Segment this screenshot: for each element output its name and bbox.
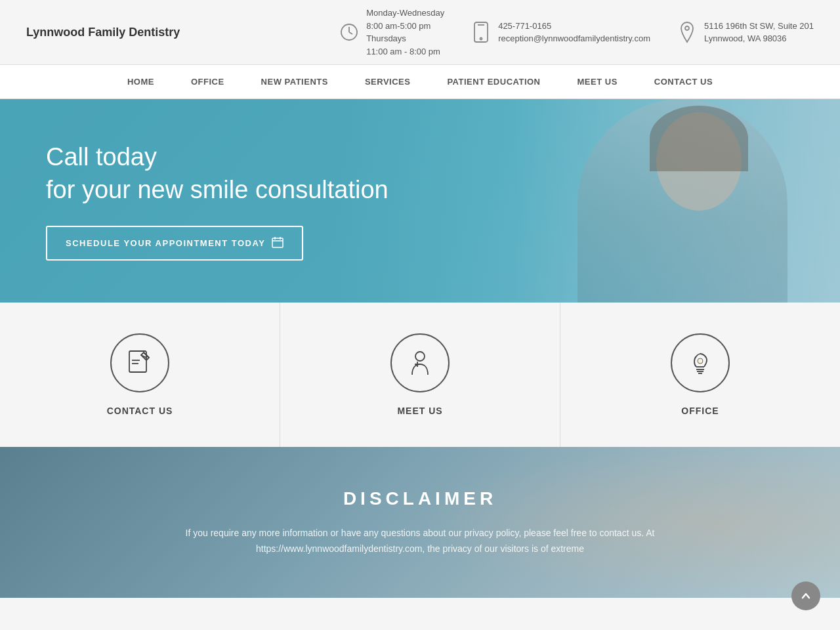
svg-rect-11 xyxy=(129,351,146,372)
address-text: 5116 196th St SW, Suite 201 Lynnwood, WA… xyxy=(704,20,814,45)
office-label: OFFICE xyxy=(681,406,719,416)
nav-office[interactable]: OFFICE xyxy=(173,65,243,98)
header-info: Monday-Wednesday 8:00 am-5:00 pm Thursda… xyxy=(339,7,814,58)
nav-patient-education[interactable]: PATIENT EDUCATION xyxy=(429,65,558,98)
hero-content: Call today for your new smile consultati… xyxy=(0,115,434,287)
hero-section: Call today for your new smile consultati… xyxy=(0,99,840,303)
brand-name: Lynnwood Family Dentistry xyxy=(26,26,180,39)
disclaimer-text: If you require any more information or h… xyxy=(158,526,682,557)
nav-meet-us[interactable]: MEET US xyxy=(559,65,636,98)
nav-services[interactable]: SERVICES xyxy=(346,65,429,98)
svg-rect-7 xyxy=(272,238,283,247)
svg-point-5 xyxy=(480,38,482,40)
nav-contact-us[interactable]: CONTACT US xyxy=(636,65,731,98)
svg-line-2 xyxy=(349,32,352,34)
clock-icon xyxy=(339,22,360,43)
features-section: CONTACT US MEET US xyxy=(0,303,840,447)
svg-point-22 xyxy=(698,358,703,364)
hero-title: Call today for your new smile consultati… xyxy=(46,141,388,206)
arrow-up-icon xyxy=(800,590,812,598)
nav-home[interactable]: HOME xyxy=(109,65,173,98)
contact-us-label: CONTACT US xyxy=(107,406,173,416)
phone-text: 425-771-0165 reception@lynnwoodfamilyden… xyxy=(498,20,650,45)
nav-new-patients[interactable]: NEW PATIENTS xyxy=(243,65,346,98)
calendar-icon xyxy=(272,236,284,250)
disclaimer-bg xyxy=(420,447,840,598)
lightbulb-icon xyxy=(684,347,716,379)
location-icon xyxy=(677,22,698,43)
svg-point-15 xyxy=(415,352,425,361)
brand: Lynnwood Family Dentistry xyxy=(26,26,180,39)
disclaimer-section: DISCLAIMER If you require any more infor… xyxy=(0,447,840,598)
address-info: 5116 196th St SW, Suite 201 Lynnwood, WA… xyxy=(677,20,814,45)
feature-contact-us[interactable]: CONTACT US xyxy=(0,303,280,447)
header-top: Lynnwood Family Dentistry Monday-Wednesd… xyxy=(0,0,840,65)
feature-meet-us[interactable]: MEET US xyxy=(280,303,560,447)
hours-text: Monday-Wednesday 8:00 am-5:00 pm Thursda… xyxy=(366,7,444,58)
contact-info: 425-771-0165 reception@lynnwoodfamilyden… xyxy=(471,20,650,45)
meet-icon-circle xyxy=(390,333,450,392)
contact-icon-circle xyxy=(110,333,169,392)
doctor-icon xyxy=(404,347,436,379)
disclaimer-title: DISCLAIMER xyxy=(343,488,497,509)
svg-point-6 xyxy=(685,26,689,30)
phone-icon xyxy=(471,22,492,43)
edit-contact-icon xyxy=(124,347,156,379)
schedule-appointment-button[interactable]: SCHEDULE YOUR APPOINTMENT TODAY xyxy=(46,226,303,261)
meet-us-label: MEET US xyxy=(397,406,442,416)
feature-office[interactable]: OFFICE xyxy=(560,303,840,447)
hours-info: Monday-Wednesday 8:00 am-5:00 pm Thursda… xyxy=(339,7,444,58)
schedule-label: SCHEDULE YOUR APPOINTMENT TODAY xyxy=(66,238,265,248)
main-nav: HOME OFFICE NEW PATIENTS SERVICES PATIEN… xyxy=(0,65,840,99)
office-icon-circle xyxy=(671,333,730,392)
